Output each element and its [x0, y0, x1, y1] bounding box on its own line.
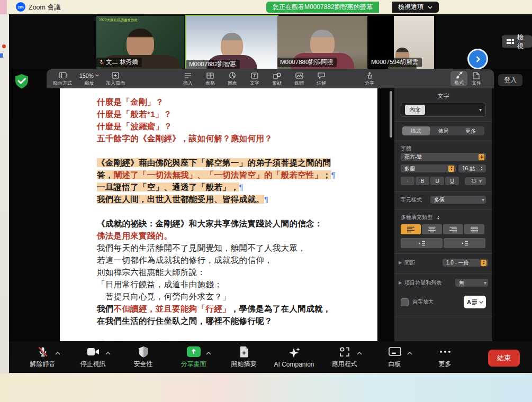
comment-button[interactable]: 註解: [317, 71, 326, 87]
add-page-button[interactable]: 加入頁面: [106, 71, 125, 87]
media-button[interactable]: 媒體: [294, 71, 304, 87]
table-button[interactable]: 表格: [205, 71, 215, 87]
document-scrollbar-thumb[interactable]: [390, 91, 392, 138]
underline-button[interactable]: U: [430, 177, 444, 185]
chevron-up-icon[interactable]: [407, 348, 412, 357]
zoom-control[interactable]: 150%縮放: [79, 71, 99, 87]
font-family-dropdown[interactable]: 蘋方-繁: [401, 153, 486, 161]
text-run: 「日用常行饒益，成道非由施錢；: [97, 280, 222, 289]
spacing-disclosure[interactable]: ▶間距: [399, 259, 415, 267]
view-mode-button[interactable]: 顯示方式: [53, 71, 72, 87]
document-line: 則如禪宗六祖惠能大師所說：: [97, 266, 377, 278]
whiteboard-button[interactable]: 白板: [369, 345, 420, 369]
text-run: 闡述了「一切法無我」、「一切法皆空」的「般若空性」: [114, 170, 323, 179]
stop-video-button[interactable]: 停止視訊: [68, 345, 118, 369]
chevron-up-icon[interactable]: [55, 348, 60, 357]
security-button[interactable]: 安全性: [118, 345, 168, 369]
advanced-text-options-button[interactable]: ▾: [465, 177, 486, 185]
mic-muted-icon: [99, 59, 104, 65]
document-page[interactable]: 什麼是「金剛」？什麼是「般若*1」？什麼是「波羅蜜」？五千餘字的《金剛經》，該如…: [60, 88, 377, 341]
spacing-dropdown[interactable]: 1.0 - 一倍: [443, 259, 488, 267]
text-run: 佛法是用來實踐的。: [97, 231, 172, 240]
shape-icon: [273, 71, 281, 79]
font-size-stepper[interactable]: 16 點: [458, 165, 486, 172]
bold-button[interactable]: B: [416, 177, 429, 185]
view-options-dropdown[interactable]: 檢視選項: [392, 2, 439, 13]
font-weight-dropdown[interactable]: 多個: [401, 165, 456, 172]
text-button[interactable]: 文字: [250, 71, 259, 87]
signin-button[interactable]: 登入: [498, 74, 522, 86]
chevron-right-icon: [475, 56, 481, 62]
share-screen-button[interactable]: 分享畫面: [168, 345, 219, 369]
document-line: 五千餘字的《金剛經》，該如何解？應如何用？: [97, 132, 377, 144]
share-button[interactable]: 分享: [365, 71, 374, 87]
text-box-icon: [251, 71, 258, 79]
indent-button[interactable]: [444, 238, 485, 248]
tab-佈局[interactable]: 佈局: [430, 126, 457, 135]
participant-tile[interactable]: 2022大寮社區讀書會教材文二 林秀嬌: [96, 16, 184, 69]
align-center-button[interactable]: [422, 224, 442, 234]
document-line: 菩提只向心覓，何勞向外求玄？」: [97, 290, 377, 303]
text-run: 不但讀經，並且要能夠「行經」: [114, 304, 231, 313]
document-line: 「日用常行饒益，成道非由施錢；: [97, 278, 377, 290]
shape-button[interactable]: 形狀: [272, 71, 282, 87]
tab-更多[interactable]: 更多: [457, 126, 484, 135]
tab-樣式[interactable]: 樣式: [402, 126, 430, 135]
participant-tile[interactable]: M0007882劉智惠: [185, 15, 278, 72]
fill-type-control[interactable]: 多種填充類型: [401, 214, 441, 221]
view-button-label: 檢視: [517, 33, 527, 51]
drop-cap-checkbox[interactable]: [401, 298, 409, 306]
view-layout-button[interactable]: 檢視: [502, 35, 532, 48]
add-page-icon: [112, 71, 119, 79]
security-shield-icon: [14, 74, 29, 89]
align-justify-button[interactable]: [464, 224, 484, 234]
bullets-dropdown[interactable]: 無 ▾: [455, 279, 488, 287]
paragraph-style-dropdown[interactable]: 內文 ▾: [401, 103, 486, 117]
participant-tile[interactable]: M0007594胡麗雲: [368, 16, 436, 69]
chart-button[interactable]: 圖表: [228, 71, 237, 87]
apps-button[interactable]: 應用程式: [319, 345, 369, 369]
align-right-button[interactable]: [443, 224, 463, 234]
unmute-button[interactable]: 解除靜音: [17, 345, 68, 369]
document-line: 若這一切都作為成就我的修行，成就我的信仰，: [97, 254, 377, 266]
text-run: 則如禪宗六祖惠能大師所說：: [97, 268, 205, 277]
start-summary-button[interactable]: 開始摘要: [219, 345, 269, 369]
bullets-disclosure[interactable]: ▶項目符號和列表: [399, 279, 441, 287]
text-run: ¶: [331, 170, 336, 179]
insert-button[interactable]: 插入: [183, 71, 193, 87]
media-icon: [295, 71, 303, 79]
text-run: 答，: [97, 170, 114, 179]
stepper-icon: [435, 214, 441, 221]
document-button[interactable]: 文件: [472, 71, 481, 87]
ai-companion-button[interactable]: AI Companion: [269, 346, 319, 368]
chevron-up-icon[interactable]: [105, 348, 111, 357]
end-meeting-button[interactable]: 結束: [488, 350, 520, 367]
participant-name-label: M0007594胡麗雲: [368, 58, 422, 67]
chevron-down-icon: [479, 301, 483, 304]
underline2-button[interactable]: U: [445, 177, 459, 185]
drop-cap-style-button[interactable]: A: [464, 296, 486, 308]
more-button[interactable]: 更多: [420, 345, 470, 369]
gallery-view-icon: [507, 39, 514, 44]
zoom-logo-icon: zm: [16, 2, 25, 12]
document-line: 一旦證悟了「空」、通透了「般若」，¶: [97, 181, 377, 193]
chevron-up-icon[interactable]: [206, 348, 211, 357]
italic-dot-button[interactable]: ·: [401, 177, 414, 185]
document-line: 我們每天的生活離開不了見聞覺知，離開不了人我大眾，: [97, 242, 377, 254]
document-icon: [473, 71, 480, 79]
view-sidebar-icon: [59, 71, 67, 79]
drop-cap-icon: A: [467, 298, 477, 306]
stepper-icon: [448, 166, 454, 172]
participant-tile[interactable]: M0007880劉張阿照: [277, 16, 367, 69]
outdent-button[interactable]: [401, 238, 443, 248]
chevron-up-icon[interactable]: [357, 348, 362, 357]
zoom-value-icon: 150%: [79, 71, 99, 79]
next-videos-button[interactable]: [467, 49, 488, 69]
insert-icon: [184, 71, 192, 79]
indent-buttons: [401, 238, 486, 248]
align-left-button[interactable]: [401, 224, 421, 234]
format-button[interactable]: 格式: [450, 71, 467, 86]
participant-name-label: M0007880劉張阿照: [277, 58, 337, 67]
svg-text:A: A: [467, 299, 471, 305]
char-style-dropdown[interactable]: 多個 ▾: [430, 196, 486, 204]
